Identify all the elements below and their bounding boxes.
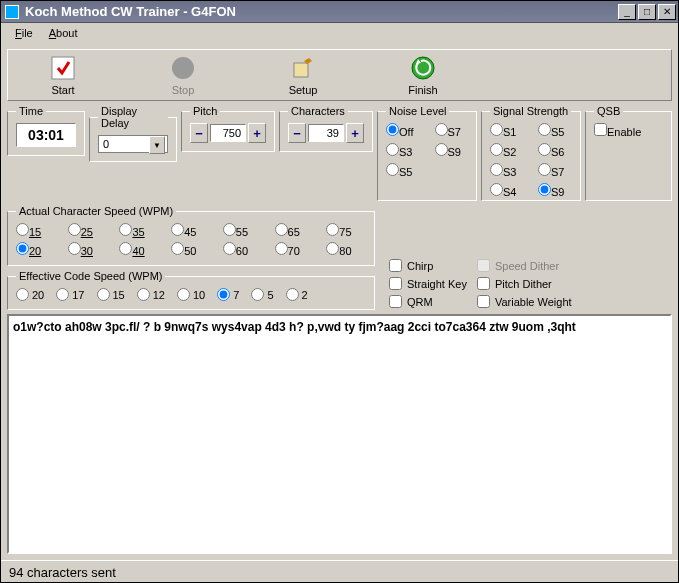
start-button[interactable]: Start	[28, 54, 98, 96]
setup-button[interactable]: Setup	[268, 54, 338, 96]
time-legend: Time	[16, 105, 46, 117]
actual-30[interactable]: 30	[68, 242, 108, 257]
pitch-down-button[interactable]: −	[190, 123, 208, 143]
effective-20[interactable]: 20	[16, 288, 44, 301]
start-label: Start	[51, 84, 74, 96]
speed-dither-check: Speed Dither	[477, 259, 572, 272]
pitch-dither-check[interactable]: Pitch Dither	[477, 277, 572, 290]
signal-S7[interactable]: S7	[538, 163, 572, 178]
actual-50[interactable]: 50	[171, 242, 211, 257]
finish-button[interactable]: Finish	[388, 54, 458, 96]
effective-10[interactable]: 10	[177, 288, 205, 301]
pitch-value: 750	[210, 124, 246, 142]
close-button[interactable]: ✕	[658, 4, 676, 20]
noise-legend: Noise Level	[386, 105, 449, 117]
actual-60[interactable]: 60	[223, 242, 263, 257]
chirp-check[interactable]: Chirp	[389, 259, 467, 272]
actual-25[interactable]: 25	[68, 223, 108, 238]
signal-S1[interactable]: S1	[490, 123, 524, 138]
actual-80[interactable]: 80	[326, 242, 366, 257]
output-text: o1w?cto ah08w 3pc.fl/ ? b 9nwq7s wys4vap…	[7, 314, 672, 554]
effective-5[interactable]: 5	[251, 288, 273, 301]
effective-speed-group: Effective Code Speed (WPM) 2017151210752	[7, 270, 375, 310]
actual-70[interactable]: 70	[275, 242, 315, 257]
signal-legend: Signal Strength	[490, 105, 571, 117]
noise-S7[interactable]: S7	[435, 123, 469, 138]
effective-7[interactable]: 7	[217, 288, 239, 301]
menu-file[interactable]: File	[9, 25, 39, 41]
toolbar: Start Stop Setup Finish	[7, 49, 672, 101]
characters-group: Characters − 39 +	[279, 105, 373, 152]
signal-S6[interactable]: S6	[538, 143, 572, 158]
signal-S2[interactable]: S2	[490, 143, 524, 158]
actual-speed-group: Actual Character Speed (WPM) 15253545556…	[7, 205, 375, 266]
variable-weight-check[interactable]: Variable Weight	[477, 295, 572, 308]
pitch-group: Pitch − 750 +	[181, 105, 275, 152]
noise-S9[interactable]: S9	[435, 143, 469, 158]
setup-label: Setup	[289, 84, 318, 96]
effective-15[interactable]: 15	[97, 288, 125, 301]
actual-15[interactable]: 15	[16, 223, 56, 238]
noise-group: Noise Level OffS7S3S9S5	[377, 105, 477, 201]
titlebar: Koch Method CW Trainer - G4FON _ □ ✕	[1, 1, 678, 23]
stop-button: Stop	[148, 54, 218, 96]
display-delay-combo[interactable]: 0	[98, 135, 168, 153]
characters-down-button[interactable]: −	[288, 123, 306, 143]
menubar: File About	[1, 23, 678, 43]
stop-label: Stop	[172, 84, 195, 96]
effective-speed-legend: Effective Code Speed (WPM)	[16, 270, 165, 282]
display-delay-legend: Display Delay	[98, 105, 168, 129]
signal-S9[interactable]: S9	[538, 183, 572, 198]
effective-12[interactable]: 12	[137, 288, 165, 301]
effective-17[interactable]: 17	[56, 288, 84, 301]
finish-label: Finish	[408, 84, 437, 96]
app-icon	[5, 5, 19, 19]
actual-35[interactable]: 35	[119, 223, 159, 238]
actual-65[interactable]: 65	[275, 223, 315, 238]
straight-key-check[interactable]: Straight Key	[389, 277, 467, 290]
maximize-button[interactable]: □	[638, 4, 656, 20]
actual-40[interactable]: 40	[119, 242, 159, 257]
signal-S4[interactable]: S4	[490, 183, 524, 198]
qsb-enable-check[interactable]: Enable	[594, 126, 641, 138]
actual-20[interactable]: 20	[16, 242, 56, 257]
characters-legend: Characters	[288, 105, 348, 117]
characters-value: 39	[308, 124, 344, 142]
noise-S3[interactable]: S3	[386, 143, 421, 158]
svg-rect-0	[52, 57, 74, 79]
time-group: Time 03:01	[7, 105, 85, 156]
start-icon	[49, 54, 77, 82]
pitch-up-button[interactable]: +	[248, 123, 266, 143]
effective-2[interactable]: 2	[286, 288, 308, 301]
display-delay-group: Display Delay 0	[89, 105, 177, 162]
pitch-legend: Pitch	[190, 105, 220, 117]
svg-rect-2	[294, 63, 308, 77]
noise-S5[interactable]: S5	[386, 163, 421, 178]
qsb-group: QSB Enable	[585, 105, 672, 201]
actual-55[interactable]: 55	[223, 223, 263, 238]
noise-Off[interactable]: Off	[386, 123, 421, 138]
qsb-legend: QSB	[594, 105, 623, 117]
minimize-button[interactable]: _	[618, 4, 636, 20]
signal-group: Signal Strength S1S5S2S6S3S7S4S9	[481, 105, 581, 201]
actual-speed-legend: Actual Character Speed (WPM)	[16, 205, 176, 217]
setup-icon	[289, 54, 317, 82]
menu-about[interactable]: About	[43, 25, 84, 41]
stop-icon	[169, 54, 197, 82]
signal-S5[interactable]: S5	[538, 123, 572, 138]
svg-point-1	[172, 57, 194, 79]
finish-icon	[409, 54, 437, 82]
characters-up-button[interactable]: +	[346, 123, 364, 143]
actual-45[interactable]: 45	[171, 223, 211, 238]
window-title: Koch Method CW Trainer - G4FON	[25, 4, 618, 19]
statusbar: 94 characters sent	[1, 560, 678, 582]
actual-75[interactable]: 75	[326, 223, 366, 238]
qrm-check[interactable]: QRM	[389, 295, 467, 308]
time-value: 03:01	[16, 123, 76, 147]
signal-S3[interactable]: S3	[490, 163, 524, 178]
